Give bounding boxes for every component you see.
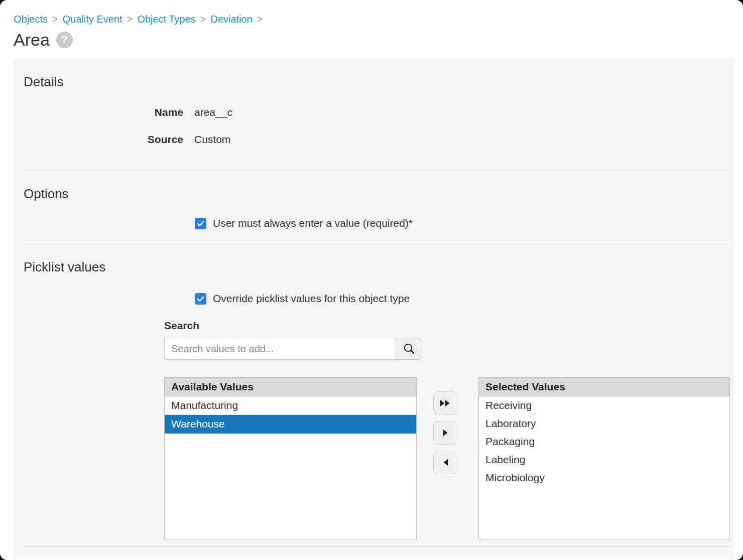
required-checkbox[interactable] xyxy=(195,218,206,229)
transfer-buttons xyxy=(433,377,457,474)
dual-list-picker: Available Values Manufacturing Warehouse xyxy=(164,377,734,539)
source-field-row: Source Custom xyxy=(14,132,734,147)
move-left-button[interactable] xyxy=(433,451,457,474)
name-label: Name xyxy=(14,105,183,119)
picklist-search-block: Search xyxy=(164,320,734,360)
double-right-arrow-icon xyxy=(440,399,451,407)
page-header: Objects>Quality Event>Object Types>Devia… xyxy=(0,0,743,50)
list-item-manufacturing[interactable]: Manufacturing xyxy=(165,396,416,415)
breadcrumb-separator: > xyxy=(257,14,263,25)
override-checkbox-row: Override picklist values for this object… xyxy=(195,293,734,305)
list-item-microbiology[interactable]: Microbiology xyxy=(479,469,729,487)
breadcrumb-separator: > xyxy=(200,14,206,25)
details-section-heading: Details xyxy=(14,57,734,89)
list-item-labeling[interactable]: Labeling xyxy=(479,451,729,469)
list-item-laboratory[interactable]: Laboratory xyxy=(479,414,729,433)
move-all-right-button[interactable] xyxy=(433,391,457,415)
search-label: Search xyxy=(164,320,734,332)
list-item-receiving[interactable]: Receiving xyxy=(479,396,729,414)
breadcrumb-link-object-types[interactable]: Object Types xyxy=(137,14,195,25)
checkmark-icon xyxy=(196,295,205,303)
name-value: area__c xyxy=(194,105,232,119)
breadcrumb-link-deviation[interactable]: Deviation xyxy=(210,14,252,25)
list-item-warehouse[interactable]: Warehouse xyxy=(165,415,416,434)
name-field-row: Name area__c xyxy=(14,105,734,119)
app-window: Objects>Quality Event>Object Types>Devia… xyxy=(0,0,743,560)
list-item-packaging[interactable]: Packaging xyxy=(479,433,729,451)
required-checkbox-label: User must always enter a value (required… xyxy=(213,217,413,229)
page-title: Area xyxy=(14,30,50,50)
selected-values-listbox: Selected Values Receiving Laboratory Pac… xyxy=(478,377,730,539)
available-values-list: Manufacturing Warehouse xyxy=(165,396,416,539)
magnifier-icon xyxy=(403,342,416,355)
bottom-divider xyxy=(23,546,732,547)
available-values-listbox: Available Values Manufacturing Warehouse xyxy=(164,377,417,539)
search-button[interactable] xyxy=(396,338,422,360)
question-mark-icon[interactable]: ? xyxy=(56,32,73,48)
field-config-panel: Details Name area__c Source Custom Optio… xyxy=(14,57,734,559)
selected-values-list: Receiving Laboratory Packaging Labeling … xyxy=(479,396,729,539)
breadcrumb-separator: > xyxy=(127,14,133,25)
override-checkbox-label: Override picklist values for this object… xyxy=(213,293,410,305)
details-form: Name area__c Source Custom xyxy=(14,105,734,147)
source-value: Custom xyxy=(194,132,230,147)
left-arrow-icon xyxy=(443,459,448,466)
breadcrumb: Objects>Quality Event>Object Types>Devia… xyxy=(14,13,743,25)
override-checkbox[interactable] xyxy=(195,293,206,305)
available-values-header: Available Values xyxy=(165,378,416,396)
move-right-button[interactable] xyxy=(433,421,457,445)
search-input[interactable] xyxy=(164,338,396,360)
required-checkbox-row: User must always enter a value (required… xyxy=(195,217,734,229)
checkmark-icon xyxy=(196,219,205,228)
selected-values-header: Selected Values xyxy=(479,378,729,396)
right-arrow-icon xyxy=(443,429,448,437)
breadcrumb-link-objects[interactable]: Objects xyxy=(14,14,48,25)
options-section-heading: Options xyxy=(14,171,734,201)
breadcrumb-separator: > xyxy=(52,14,58,25)
breadcrumb-link-quality-event[interactable]: Quality Event xyxy=(63,14,122,25)
source-label: Source xyxy=(14,132,183,147)
picklist-section-heading: Picklist values xyxy=(14,244,734,274)
